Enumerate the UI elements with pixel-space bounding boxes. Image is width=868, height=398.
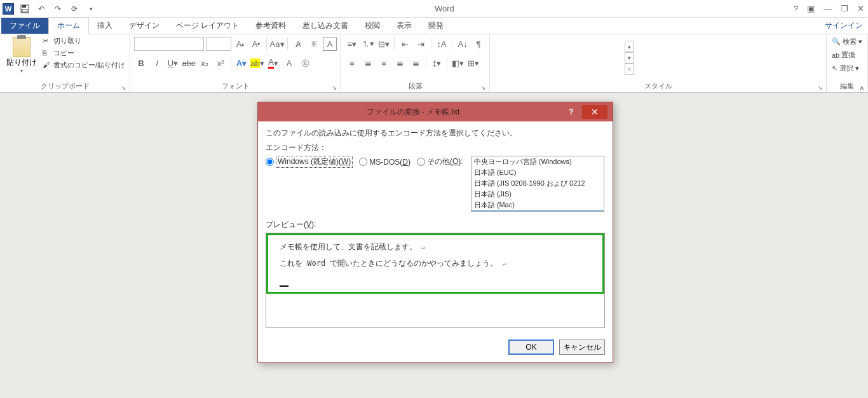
group-clipboard: 貼り付け ▾ ✂切り取り ⎘コピー 🖌書式のコピー/貼り付け クリップボード↘ bbox=[0, 34, 130, 92]
multilevel-list-button[interactable]: ⊟▾ bbox=[377, 37, 391, 51]
font-family-combo[interactable] bbox=[134, 37, 204, 51]
enclose-characters-button[interactable]: ㊛ bbox=[298, 56, 312, 70]
bold-button[interactable]: B bbox=[134, 56, 148, 70]
grow-font-button[interactable]: A▴ bbox=[233, 37, 247, 51]
encoding-option[interactable]: 日本語 (JIS 0208-1990 および 0212 bbox=[471, 178, 604, 189]
tab-design[interactable]: デザイン bbox=[121, 18, 168, 34]
cut-button[interactable]: ✂切り取り bbox=[42, 36, 126, 46]
align-left-button[interactable]: ≡ bbox=[345, 56, 359, 70]
change-case-button[interactable]: Aa▾ bbox=[270, 37, 284, 51]
increase-indent-button[interactable]: ⇥ bbox=[414, 37, 428, 51]
window-controls: ? ▣ — ❐ ✕ bbox=[792, 3, 865, 15]
styles-down-icon[interactable]: ▾ bbox=[625, 52, 634, 64]
ribbon-display-icon[interactable]: ▣ bbox=[806, 3, 816, 15]
radio-other[interactable]: その他(O): bbox=[417, 156, 463, 167]
underline-button[interactable]: U▾ bbox=[166, 56, 180, 70]
paste-button[interactable]: 貼り付け ▾ bbox=[4, 36, 39, 75]
restore-icon[interactable]: ❐ bbox=[839, 3, 850, 15]
dialog-title: ファイルの変換 - メモ帳.txt bbox=[263, 107, 563, 118]
distributed-button[interactable]: ≣ bbox=[409, 56, 423, 70]
dialog-title-bar[interactable]: ファイルの変換 - メモ帳.txt ? ✕ bbox=[258, 102, 613, 121]
replace-icon: ab bbox=[832, 51, 839, 59]
borders-button[interactable]: ⊞▾ bbox=[466, 56, 480, 70]
copy-icon: ⎘ bbox=[43, 49, 51, 58]
clipboard-launcher-icon[interactable]: ↘ bbox=[121, 84, 126, 91]
encoding-option[interactable]: 中央ヨーロッパ言語 (Windows) bbox=[471, 156, 604, 167]
dialog-help-icon[interactable]: ? bbox=[563, 107, 580, 116]
encoding-option[interactable]: 日本語 (Mac) bbox=[471, 200, 604, 210]
format-painter-button[interactable]: 🖌書式のコピー/貼り付け bbox=[42, 60, 126, 71]
tab-references[interactable]: 参考資料 bbox=[247, 18, 294, 34]
character-shading-button[interactable]: A bbox=[282, 56, 296, 70]
encoding-option-selected[interactable]: 日本語 (シフト JIS) bbox=[471, 210, 604, 212]
text-direction-button[interactable]: ↕A bbox=[435, 37, 449, 51]
radio-windows-default[interactable]: Windows (既定値)(W) bbox=[266, 156, 353, 168]
justify-button[interactable]: ≣ bbox=[393, 56, 407, 70]
font-launcher-icon[interactable]: ↘ bbox=[332, 84, 337, 91]
shading-button[interactable]: ◧▾ bbox=[451, 56, 465, 70]
tab-page-layout[interactable]: ページ レイアウト bbox=[168, 18, 247, 34]
select-button[interactable]: ↖選択 ▾ bbox=[831, 62, 864, 74]
sort-button[interactable]: A↓ bbox=[456, 37, 470, 51]
encoding-option[interactable]: 日本語 (EUC) bbox=[471, 167, 604, 178]
replace-button[interactable]: ab置換 bbox=[831, 49, 864, 61]
styles-launcher-icon[interactable]: ↘ bbox=[817, 84, 822, 91]
find-button[interactable]: 🔍検索 ▾ bbox=[831, 36, 864, 48]
highlight-button[interactable]: ab▾ bbox=[250, 56, 264, 70]
cancel-button[interactable]: キャンセル bbox=[559, 340, 605, 355]
show-marks-button[interactable]: ¶ bbox=[471, 37, 485, 51]
superscript-button[interactable]: x² bbox=[214, 56, 227, 70]
help-icon[interactable]: ? bbox=[792, 3, 799, 15]
encoding-option[interactable]: 日本語 (JIS) bbox=[471, 189, 604, 200]
find-icon: 🔍 bbox=[832, 38, 841, 46]
encoding-list[interactable]: 中央ヨーロッパ言語 (Windows) 日本語 (EUC) 日本語 (JIS 0… bbox=[471, 156, 604, 212]
tab-file[interactable]: ファイル bbox=[1, 18, 48, 34]
numbering-button[interactable]: ⒈▾ bbox=[361, 37, 375, 51]
redo-icon[interactable]: ↷ bbox=[52, 3, 64, 15]
subscript-button[interactable]: x₂ bbox=[198, 56, 212, 70]
font-size-combo[interactable] bbox=[206, 37, 231, 51]
svg-rect-2 bbox=[22, 10, 27, 12]
save-icon[interactable] bbox=[19, 3, 31, 15]
refresh-icon[interactable]: ⟳ bbox=[69, 3, 80, 15]
word-app-icon[interactable]: W bbox=[3, 3, 14, 15]
character-border-button[interactable]: A bbox=[323, 37, 337, 51]
align-right-button[interactable]: ≡ bbox=[377, 56, 391, 70]
close-icon[interactable]: ✕ bbox=[856, 3, 865, 15]
font-group-label: フォント bbox=[222, 82, 250, 90]
collapse-ribbon-icon[interactable]: ʌ bbox=[860, 84, 864, 92]
styles-up-icon[interactable]: ▴ bbox=[625, 41, 634, 52]
radio-msdos[interactable]: MS-DOS(D) bbox=[359, 158, 410, 167]
shrink-font-button[interactable]: A▾ bbox=[249, 37, 263, 51]
bullets-button[interactable]: ≡▾ bbox=[345, 37, 359, 51]
title-bar: W ↶ ↷ ⟳ ▾ Word ? ▣ — ❐ ✕ bbox=[0, 0, 868, 18]
line-spacing-button[interactable]: ‡▾ bbox=[430, 56, 444, 70]
copy-button[interactable]: ⎘コピー bbox=[42, 48, 126, 58]
minimize-icon[interactable]: — bbox=[822, 3, 833, 15]
strikethrough-button[interactable]: abc bbox=[182, 56, 196, 70]
ok-button[interactable]: OK bbox=[508, 340, 554, 355]
italic-button[interactable]: I bbox=[150, 56, 164, 70]
sign-in-link[interactable]: サインイン bbox=[820, 18, 868, 34]
tab-mailings[interactable]: 差し込み文書 bbox=[294, 18, 356, 34]
tab-home[interactable]: ホーム bbox=[48, 17, 89, 34]
tab-developer[interactable]: 開発 bbox=[420, 18, 452, 34]
phonetic-guide-button[interactable]: 亜 bbox=[307, 37, 321, 51]
align-center-button[interactable]: ≣ bbox=[361, 56, 375, 70]
undo-icon[interactable]: ↶ bbox=[36, 3, 47, 15]
paragraph-launcher-icon[interactable]: ↘ bbox=[480, 84, 485, 91]
font-color-button[interactable]: A▾ bbox=[266, 56, 280, 70]
group-font: A▴ A▾ Aa▾ A̷ 亜 A B I U▾ abc x₂ x² A▾ ab▾… bbox=[130, 34, 341, 92]
dialog-close-icon[interactable]: ✕ bbox=[582, 105, 607, 119]
tab-view[interactable]: 表示 bbox=[388, 18, 420, 34]
preview-pane[interactable]: メモ帳を使用して、文書を記載します。 ↵ これを Word で開いたときにどうな… bbox=[266, 233, 605, 328]
tab-insert[interactable]: 挿入 bbox=[89, 18, 121, 34]
ribbon: 貼り付け ▾ ✂切り取り ⎘コピー 🖌書式のコピー/貼り付け クリップボード↘ … bbox=[0, 34, 868, 93]
styles-more-icon[interactable]: ▿ bbox=[625, 64, 634, 75]
format-painter-icon: 🖌 bbox=[43, 61, 51, 70]
tab-review[interactable]: 校閲 bbox=[356, 18, 388, 34]
text-effects-button[interactable]: A▾ bbox=[234, 56, 248, 70]
decrease-indent-button[interactable]: ⇤ bbox=[398, 37, 412, 51]
qat-dropdown-icon[interactable]: ▾ bbox=[85, 3, 97, 15]
clear-formatting-button[interactable]: A̷ bbox=[291, 37, 305, 51]
